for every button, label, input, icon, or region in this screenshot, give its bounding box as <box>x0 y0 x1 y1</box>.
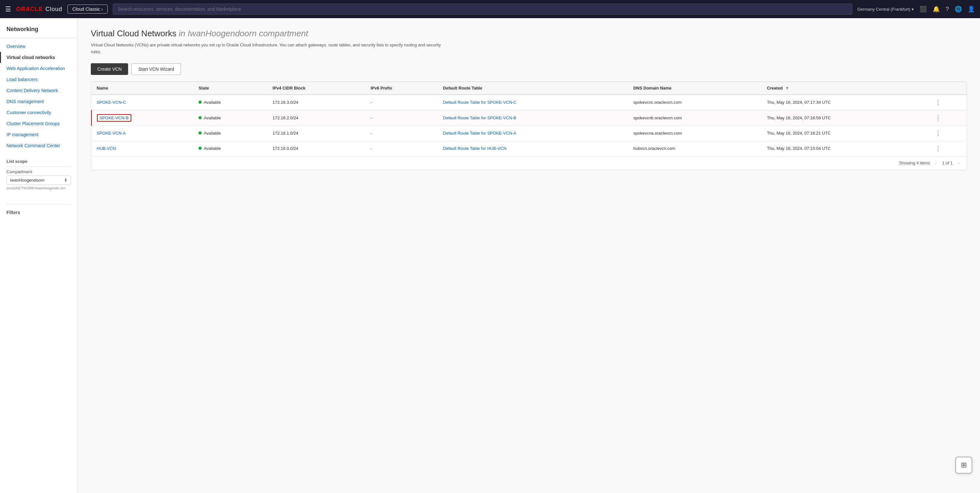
create-vcn-button[interactable]: Create VCN <box>91 63 128 75</box>
table-header: Name State IPv4 CIDR Block IPv6 Prefix D… <box>91 82 967 95</box>
vcn-ipv4-cell: 172.16.2.0/24 <box>267 110 366 126</box>
vcn-name-link-hub[interactable]: HUB-VCN <box>97 146 116 151</box>
vcn-state-cell: Available <box>193 95 267 110</box>
help-widget[interactable]: ⊞ <box>955 457 972 474</box>
row-actions-menu-b[interactable]: ⋮ <box>935 115 941 121</box>
bell-icon[interactable]: 🔔 <box>933 5 940 13</box>
compartment-path: (root)/NETWORK/IwanHoogendo orn <box>6 186 71 190</box>
vcn-name-link-spoke-a[interactable]: SPOKE-VCN-A <box>97 131 126 135</box>
table-row: SPOKE-VCN-A Available 172.16.1.0/24 - De… <box>91 126 967 141</box>
region-chevron-icon: ▾ <box>912 7 914 12</box>
col-name: Name <box>91 82 193 95</box>
vcn-dns-cell: spokevcnc.oraclevcn.com <box>628 95 762 110</box>
oracle-text: ORACLE <box>16 6 43 13</box>
vcn-route-cell: Default Route Table for SPOKE-VCN-B <box>438 110 628 126</box>
compartment-value: IwanHoogendoorn <box>10 178 45 183</box>
oracle-logo: ORACLE Cloud <box>16 6 62 13</box>
sidebar-link-overview[interactable]: Overview <box>0 41 78 52</box>
row-actions-menu-a[interactable]: ⋮ <box>935 130 941 137</box>
vcn-name-link-spoke-c[interactable]: SPOKE-VCN-C <box>97 100 126 105</box>
search-input[interactable] <box>113 3 852 14</box>
sidebar-item-ncc[interactable]: Network Command Center <box>0 140 78 151</box>
region-label: Germany Central (Frankfurt) <box>858 7 910 12</box>
pagination-info: 1 of 1 <box>942 161 953 165</box>
compartment-select[interactable]: IwanHoogendoorn ⇕ <box>6 175 71 185</box>
sidebar-item-cpg[interactable]: Cluster Placement Groups <box>0 118 78 129</box>
col-route: Default Route Table <box>438 82 628 95</box>
route-table-link-b[interactable]: Default Route Table for SPOKE-VCN-B <box>443 116 516 120</box>
vcn-ipv4-cell: 172.16.0.0/24 <box>267 141 366 156</box>
page-layout: Networking Overview Virtual cloud networ… <box>0 18 980 493</box>
vcn-created-cell: Thu, May 16, 2024, 07:17:34 UTC <box>762 95 930 110</box>
sidebar-link-waa[interactable]: Web Application Acceleration <box>0 63 78 74</box>
page-description: Virtual Cloud Networks (VCNs) are privat… <box>91 42 447 56</box>
sidebar-item-lb[interactable]: Load balancers <box>0 74 78 85</box>
sidebar-link-customer-conn[interactable]: Customer connectivity <box>0 107 78 118</box>
sidebar-item-waa[interactable]: Web Application Acceleration <box>0 63 78 74</box>
sidebar-link-ncc[interactable]: Network Command Center <box>0 140 78 151</box>
sidebar-link-dns[interactable]: DNS management <box>0 96 78 107</box>
vcn-name-link-spoke-b[interactable]: SPOKE-VCN-B <box>97 114 131 122</box>
col-dns: DNS Domain Name <box>628 82 762 95</box>
sidebar-nav: Overview Virtual cloud networks Web Appl… <box>0 41 78 151</box>
route-table-link-hub[interactable]: Default Route Table for HUB-VCN <box>443 146 506 151</box>
sidebar-item-cdn[interactable]: Content Delivery Network <box>0 85 78 96</box>
sidebar-item-customer-conn[interactable]: Customer connectivity <box>0 107 78 118</box>
main-content: Virtual Cloud Networks in IwanHoogendoor… <box>78 18 980 493</box>
cloud-classic-button[interactable]: Cloud Classic › <box>67 5 108 14</box>
vcn-state-cell: Available <box>193 141 267 156</box>
page-title-main: Virtual Cloud Networks <box>91 29 179 38</box>
vcn-ipv6-cell: - <box>366 141 438 156</box>
col-ipv4: IPv4 CIDR Block <box>267 82 366 95</box>
col-created[interactable]: Created ▼ <box>762 82 930 95</box>
sidebar-item-overview[interactable]: Overview <box>0 41 78 52</box>
sidebar-item-ip[interactable]: IP management <box>0 129 78 140</box>
col-ipv6: IPv6 Prefix <box>366 82 438 95</box>
vcn-name-cell: SPOKE-VCN-A <box>91 126 193 141</box>
vcn-created-cell: Thu, May 16, 2024, 07:15:04 UTC <box>762 141 930 156</box>
route-table-link-a[interactable]: Default Route Table for SPOKE-VCN-A <box>443 131 516 135</box>
compartment-label: Compartment <box>6 169 71 174</box>
route-table-link-c[interactable]: Default Route Table for SPOKE-VCN-C <box>443 100 517 105</box>
sidebar-item-dns[interactable]: DNS management <box>0 96 78 107</box>
vcn-actions-cell: ⋮ <box>930 141 967 156</box>
col-actions <box>930 82 967 95</box>
status-dot-icon <box>199 116 202 119</box>
vcn-route-cell: Default Route Table for SPOKE-VCN-A <box>438 126 628 141</box>
cloud-text: Cloud <box>45 6 62 13</box>
page-title-italic2: compartment <box>259 29 308 38</box>
table-footer: Showing 4 items ‹ 1 of 1 › <box>91 156 967 170</box>
menu-icon[interactable]: ☰ <box>5 5 11 13</box>
help-icon[interactable]: ? <box>946 6 949 13</box>
start-wizard-button[interactable]: Start VCN Wizard <box>131 63 181 75</box>
header-actions: Germany Central (Frankfurt) ▾ ⬛ 🔔 ? 🌐 👤 <box>858 5 975 13</box>
row-actions-menu-c[interactable]: ⋮ <box>935 99 941 106</box>
row-actions-menu-hub[interactable]: ⋮ <box>935 145 941 152</box>
vcn-name-cell: SPOKE-VCN-C <box>91 95 193 110</box>
sidebar-item-vcn[interactable]: Virtual cloud networks <box>0 52 78 63</box>
vcn-actions-cell: ⋮ <box>930 126 967 141</box>
vcn-ipv6-cell: - <box>366 126 438 141</box>
status-dot-icon <box>199 131 202 135</box>
showing-items-label: Showing 4 items <box>899 161 930 165</box>
prev-page-button[interactable]: ‹ <box>933 159 939 167</box>
next-page-button[interactable]: › <box>956 159 961 167</box>
page-title-italic: in IwanHoogendoorn <box>179 29 256 38</box>
sidebar-link-cdn[interactable]: Content Delivery Network <box>0 85 78 96</box>
user-avatar[interactable]: 👤 <box>968 5 975 13</box>
table-body: SPOKE-VCN-C Available 172.16.3.0/24 - De… <box>91 95 967 156</box>
region-selector[interactable]: Germany Central (Frankfurt) ▾ <box>858 7 914 12</box>
sidebar-link-lb[interactable]: Load balancers <box>0 74 78 85</box>
sidebar-link-vcn[interactable]: Virtual cloud networks <box>0 52 78 63</box>
table-row: HUB-VCN Available 172.16.0.0/24 - Defaul… <box>91 141 967 156</box>
list-scope-title: List scope <box>6 159 71 167</box>
sidebar-link-ip[interactable]: IP management <box>0 129 78 140</box>
sidebar-link-cpg[interactable]: Cluster Placement Groups <box>0 118 78 129</box>
vcn-state-cell: Available <box>193 126 267 141</box>
page-title: Virtual Cloud Networks in IwanHoogendoor… <box>91 29 967 38</box>
vcn-dns-cell: hubvcn.oraclevcn.com <box>628 141 762 156</box>
filters-label: Filters <box>6 204 71 215</box>
terminal-icon[interactable]: ⬛ <box>920 5 927 13</box>
vcn-dns-cell: spokevcnb.oraclevcn.com <box>628 110 762 126</box>
globe-icon[interactable]: 🌐 <box>955 5 962 13</box>
